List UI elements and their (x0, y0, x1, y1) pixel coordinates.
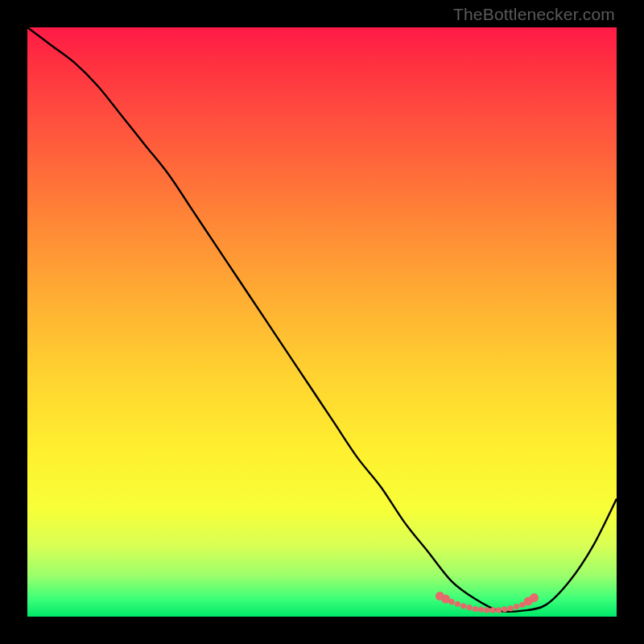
flat-marker-dot (496, 607, 502, 613)
flat-marker-dot (478, 607, 484, 613)
flat-marker-dot (508, 605, 514, 611)
flat-marker-dot (460, 603, 466, 609)
flat-marker-dot (466, 605, 472, 610)
flat-marker-dot (455, 601, 460, 607)
flat-marker-dot (530, 593, 539, 602)
chart-plot-area (27, 27, 617, 617)
flat-marker-dot (514, 604, 519, 609)
flat-marker-dot (484, 607, 489, 613)
chart-frame: TheBottlenecker.com (0, 0, 644, 644)
chart-svg (27, 27, 617, 617)
flat-marker-dot (490, 607, 496, 613)
curve-line (27, 27, 617, 612)
flat-marker-dot (473, 606, 478, 612)
attribution-text: TheBottlenecker.com (453, 5, 615, 24)
flat-marker-dot (448, 599, 454, 605)
flat-marker-dot (502, 606, 507, 612)
